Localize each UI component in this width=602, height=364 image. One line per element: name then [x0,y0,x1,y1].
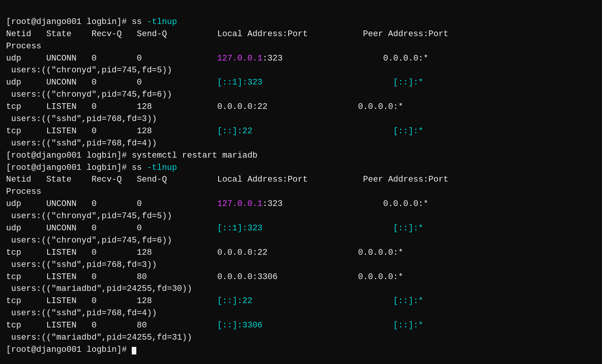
terminal-line: [root@django001 logbin]# ss -tlnup [6,16,596,28]
terminal-text: udp UNCONN 0 0 [6,199,217,209]
terminal-text: tcp LISTEN 0 80 [6,321,217,330]
terminal-text: [::]:* [393,296,423,306]
terminal-line: users:(("sshd",pid=768,fd=4)) [6,137,596,150]
terminal-text: users:(("sshd",pid=768,fd=4)) [6,139,157,148]
terminal-text: Netid State Recv-Q Send-Q Local Address:… [6,175,449,184]
terminal-text: users:(("chronyd",pid=745,fd=6)) [6,236,172,245]
terminal-line: udp UNCONN 0 0 127.0.0.1:323 0.0.0.0:* [6,198,596,210]
terminal-text: Netid State Recv-Q Send-Q Local Address:… [6,29,449,39]
terminal-text [252,126,393,136]
terminal-text: users:(("chronyd",pid=745,fd=5)) [6,65,172,75]
terminal-line: users:(("chronyd",pid=745,fd=6)) [6,235,596,247]
terminal-text: tcp LISTEN 0 128 0.0.0.0:22 0.0.0.0:* [6,102,403,112]
terminal-cursor [132,347,136,354]
terminal-line: Netid State Recv-Q Send-Q Local Address:… [6,174,596,186]
terminal-text: udp UNCONN 0 0 [6,78,217,87]
terminal-text: tcp LISTEN 0 128 [6,126,217,136]
terminal-line: users:(("mariadbd",pid=24255,fd=30)) [6,283,596,295]
terminal-line: [root@django001 logbin]# ss -tlnup [6,162,596,174]
terminal-text: [::1]:323 [217,78,263,87]
terminal-text: -tlnup [147,17,177,27]
terminal-text: :323 0.0.0.0:* [262,199,428,209]
terminal-text: ss [132,163,147,172]
terminal-text: [::]:22 [217,296,252,306]
terminal-text: [::1]:323 [217,224,263,233]
terminal-text: users:(("sshd",pid=768,fd=3)) [6,260,157,270]
terminal-text: ss [132,17,147,27]
terminal-text: [::]:* [393,224,423,233]
terminal-line: tcp LISTEN 0 80 [::]:3306 [::]:* [6,319,596,332]
terminal-line: tcp LISTEN 0 128 0.0.0.0:22 0.0.0.0:* [6,247,596,259]
terminal-line: Process [6,186,596,198]
terminal-text: 127.0.0.1 [217,54,263,63]
terminal-text: users:(("chronyd",pid=745,fd=6)) [6,90,172,99]
terminal-line: udp UNCONN 0 0 [::1]:323 [::]:* [6,222,596,235]
terminal-text: users:(("chronyd",pid=745,fd=5)) [6,211,172,221]
terminal-line: users:(("sshd",pid=768,fd=3)) [6,113,596,125]
terminal-text: udp UNCONN 0 0 [6,54,217,63]
terminal-text: users:(("sshd",pid=768,fd=4)) [6,308,157,318]
terminal-line: udp UNCONN 0 0 127.0.0.1:323 0.0.0.0:* [6,53,596,65]
terminal-line: tcp LISTEN 0 128 0.0.0.0:22 0.0.0.0:* [6,101,596,113]
terminal-text: tcp LISTEN 0 128 0.0.0.0:22 0.0.0.0:* [6,248,403,257]
terminal-line: tcp LISTEN 0 128 [::]:22 [::]:* [6,295,596,307]
terminal-text [262,224,393,233]
terminal-text: [::]:22 [217,126,252,136]
terminal-text [252,296,393,306]
terminal-text: [root@django001 logbin]# [6,17,132,27]
terminal-text: [root@django001 logbin]# [6,163,132,172]
terminal-text [262,321,393,330]
terminal-text: users:(("mariadbd",pid=24255,fd=30)) [6,284,192,294]
terminal-line: Process [6,40,596,53]
terminal-text: [::]:* [393,78,423,87]
terminal-text: [::]:3306 [217,321,263,330]
terminal-line: users:(("chronyd",pid=745,fd=5)) [6,64,596,77]
terminal-text: users:(("sshd",pid=768,fd=3)) [6,114,157,124]
terminal-text: Process [6,42,41,51]
terminal-line: users:(("chronyd",pid=745,fd=5)) [6,210,596,222]
terminal-line: users:(("chronyd",pid=745,fd=6)) [6,89,596,101]
terminal-text [262,78,393,87]
terminal-text: [::]:* [393,126,423,136]
terminal-text: Process [6,187,41,196]
terminal-line: udp UNCONN 0 0 [::1]:323 [::]:* [6,77,596,89]
terminal-line: tcp LISTEN 0 128 [::]:22 [::]:* [6,125,596,137]
terminal-line: [root@django001 logbin]# systemctl resta… [6,150,596,162]
terminal-text: users:(("mariadbd",pid=24255,fd=31)) [6,333,192,342]
terminal-line: users:(("sshd",pid=768,fd=4)) [6,307,596,319]
terminal-line: tcp LISTEN 0 80 0.0.0.0:3306 0.0.0.0:* [6,271,596,283]
terminal-text: udp UNCONN 0 0 [6,224,217,233]
terminal-text: [::]:* [393,321,423,330]
terminal-text: :323 0.0.0.0:* [262,54,428,63]
terminal-text: -tlnup [147,163,177,172]
terminal-text: tcp LISTEN 0 80 0.0.0.0:3306 0.0.0.0:* [6,272,403,282]
terminal-line: [root@django001 logbin]# [6,344,596,356]
terminal-text: tcp LISTEN 0 128 [6,296,217,306]
terminal-text: [root@django001 logbin]# [6,345,132,354]
terminal-line: users:(("sshd",pid=768,fd=3)) [6,259,596,271]
terminal-line: users:(("mariadbd",pid=24255,fd=31)) [6,332,596,344]
terminal-line: Netid State Recv-Q Send-Q Local Address:… [6,28,596,40]
terminal-text: 127.0.0.1 [217,199,263,209]
terminal-output: [root@django001 logbin]# ss -tlnupNetid … [6,4,596,356]
terminal-text: [root@django001 logbin]# systemctl resta… [6,151,257,160]
